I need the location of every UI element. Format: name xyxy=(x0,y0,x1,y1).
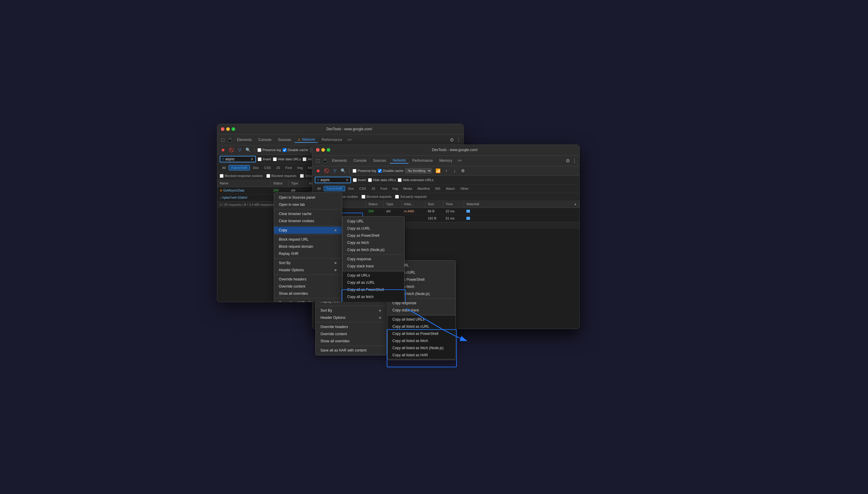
close-button[interactable] xyxy=(221,127,224,131)
hide-ext-check-front[interactable] xyxy=(398,178,401,182)
download-icon-front[interactable]: ↓ xyxy=(452,168,458,174)
cm-save-har-back[interactable]: Save all as HAR with content xyxy=(274,299,342,302)
inspect-icon-front[interactable]: ⬚ xyxy=(315,158,321,164)
search-input-back[interactable] xyxy=(225,157,249,161)
blocked-requests-label-back[interactable]: Blocked requests xyxy=(267,174,296,178)
cm-override-headers-back[interactable]: Override headers xyxy=(274,276,342,283)
col-time-front[interactable]: Time xyxy=(443,201,464,208)
maximize-button-front[interactable] xyxy=(327,148,330,152)
cs-copy-all-urls-back[interactable]: Copy all URLs xyxy=(342,272,404,279)
blocked-requests-check-front[interactable] xyxy=(361,195,365,199)
cs-copy-all-fetch-back[interactable]: Copy all as fetch xyxy=(342,293,404,300)
cs-copy-response-back[interactable]: Copy response xyxy=(342,255,404,263)
col-status-back[interactable]: Status xyxy=(271,180,289,187)
type-other-front[interactable]: Other xyxy=(458,186,471,191)
type-img-back[interactable]: Img xyxy=(295,165,305,170)
device-icon-front[interactable]: 📱 xyxy=(322,158,328,164)
blocked-response-label-back[interactable]: Blocked response cookies xyxy=(220,174,263,178)
cm-sort-front[interactable]: Sort By▶ xyxy=(316,307,387,314)
type-all-front[interactable]: All xyxy=(315,186,323,191)
col-name-back[interactable]: Name xyxy=(217,180,271,187)
cs-copy-all-listed-urls-front[interactable]: Copy all listed URLs xyxy=(388,316,455,323)
tab-console-back[interactable]: Console xyxy=(255,137,274,142)
disable-cache-label-front[interactable]: Disable cache xyxy=(378,169,403,173)
cm-clear-cache-back[interactable]: Clear browser cache xyxy=(274,210,342,217)
disable-cache-check-back[interactable] xyxy=(283,148,287,152)
filter-icon-back[interactable]: ▽ xyxy=(236,147,243,153)
cm-header-opts-front[interactable]: Header Options▶ xyxy=(316,314,387,321)
more-icon-back[interactable]: ⋮ xyxy=(456,137,461,143)
col-init-front[interactable]: Initia... xyxy=(401,201,426,208)
device-icon[interactable]: 📱 xyxy=(227,137,233,143)
cs-copy-all-ps-back[interactable]: Copy all as PowerShell xyxy=(342,286,404,293)
cm-override-content-back[interactable]: Override content xyxy=(274,283,342,290)
close-button-front[interactable] xyxy=(316,148,319,152)
filter-icon-front[interactable]: ▽ xyxy=(332,168,338,174)
cm-open-tab-back[interactable]: Open in new tab xyxy=(274,201,342,208)
third-party-check-back[interactable] xyxy=(300,174,304,178)
cm-header-opts-back[interactable]: Header Options▶ xyxy=(274,266,342,273)
type-doc-back[interactable]: Doc xyxy=(251,165,261,170)
hide-data-urls-check-back[interactable] xyxy=(273,157,277,161)
tab-network-front[interactable]: Network xyxy=(390,158,409,164)
upload-icon-front[interactable]: ↑ xyxy=(443,168,450,174)
minimize-button-front[interactable] xyxy=(321,148,325,152)
type-wasm-front[interactable]: Wasm xyxy=(443,186,457,191)
record-btn-front[interactable]: ⏺ xyxy=(315,168,321,174)
cs-copy-stack-back[interactable]: Copy stack trace xyxy=(342,263,404,270)
more-icon-front[interactable]: ⋮ xyxy=(572,158,577,164)
disable-cache-label-back[interactable]: Disable cache xyxy=(283,148,308,152)
col-waterfall-front[interactable]: Waterfall▲ xyxy=(464,201,579,208)
clear-btn-front[interactable]: 🚫 xyxy=(323,168,330,174)
type-font-front[interactable]: Font xyxy=(378,186,389,191)
preserve-log-check-back[interactable] xyxy=(257,148,261,152)
settings-icon-front[interactable]: ⚙ xyxy=(566,158,570,164)
context-menu-back[interactable]: Open in Sources panel Open in new tab Cl… xyxy=(274,192,342,302)
cm-override-content-front[interactable]: Override content xyxy=(316,330,387,338)
blocked-requests-check-back[interactable] xyxy=(267,174,270,178)
hide-ext-check-back[interactable] xyxy=(302,157,307,161)
tab-performance-back[interactable]: Performance xyxy=(319,137,345,142)
type-img-front[interactable]: Img xyxy=(390,186,400,191)
cm-clear-cookies-back[interactable]: Clear browser cookies xyxy=(274,217,342,225)
hide-ext-label-front[interactable]: Hide extension URLs xyxy=(398,178,433,182)
cm-block-url-back[interactable]: Block request URL xyxy=(274,236,342,243)
cm-block-domain-back[interactable]: Block request domain xyxy=(274,243,342,250)
preserve-log-label-back[interactable]: Preserve log xyxy=(257,148,281,152)
preserve-log-check-front[interactable] xyxy=(353,169,356,173)
type-doc-front[interactable]: Doc xyxy=(346,186,356,191)
tab-sources-front[interactable]: Sources xyxy=(370,158,389,163)
tab-more-back[interactable]: >> xyxy=(346,137,353,142)
cm-show-overrides-back[interactable]: Show all overrides xyxy=(274,290,342,297)
cs-copy-all-listed-fetch-front[interactable]: Copy all listed as fetch xyxy=(388,337,455,344)
cs-copy-all-listed-ps-front[interactable]: Copy all listed as PowerShell xyxy=(388,330,455,337)
minimize-button[interactable] xyxy=(226,127,230,131)
third-party-label-front[interactable]: 3rd-party requests xyxy=(395,195,427,199)
cm-copy-back[interactable]: Copy▶ xyxy=(274,227,342,234)
disable-cache-check-front[interactable] xyxy=(378,169,382,173)
tab-sources-back[interactable]: Sources xyxy=(275,137,294,142)
hide-data-urls-label-back[interactable]: Hide data URLs xyxy=(273,157,301,161)
type-media-front[interactable]: Media xyxy=(401,186,414,191)
blocked-requests-label-front[interactable]: Blocked requests xyxy=(361,195,392,199)
type-fetchxhr-back[interactable]: Fetch/XHR xyxy=(229,165,250,170)
invert-label-back[interactable]: Invert xyxy=(258,157,271,161)
type-css-back[interactable]: CSS xyxy=(262,165,274,170)
search-clear-back[interactable]: ✕ xyxy=(250,157,254,161)
col-size-front[interactable]: Size xyxy=(426,201,443,208)
cs-copy-fetch-back[interactable]: Copy as fetch xyxy=(342,239,404,246)
tab-more-front[interactable]: >> xyxy=(456,158,463,163)
col-type-back[interactable]: Type xyxy=(289,180,307,187)
cm-save-har-front[interactable]: Save all as HAR with content xyxy=(316,347,387,354)
tab-elements-back[interactable]: Elements xyxy=(234,137,255,142)
table-row-1-front[interactable]: ⚙GetAsyncData 200 xhr m-AA0 68 B 22 ms xyxy=(312,208,579,215)
tab-console-front[interactable]: Console xyxy=(351,158,370,163)
clear-btn-back[interactable]: 🚫 xyxy=(228,147,235,153)
cs-copy-all-listed-fetch-node-front[interactable]: Copy all listed as fetch (Node.js) xyxy=(388,344,455,352)
preserve-log-label-front[interactable]: Preserve log xyxy=(353,169,376,173)
search-icon-front[interactable]: 🔍 xyxy=(340,168,346,174)
cs-copy-curl-back[interactable]: Copy as cURL xyxy=(342,225,404,232)
maximize-button[interactable] xyxy=(232,127,235,131)
cm-open-sources-back[interactable]: Open in Sources panel xyxy=(274,194,342,201)
inspect-icon[interactable]: ⬚ xyxy=(220,137,225,143)
